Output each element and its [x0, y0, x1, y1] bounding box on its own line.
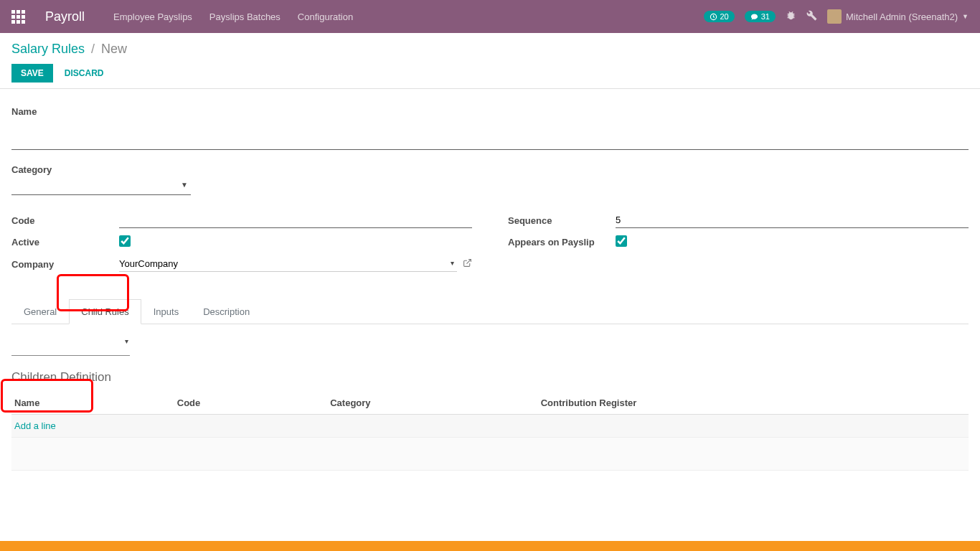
tab-description[interactable]: Description [191, 299, 262, 324]
avatar [827, 9, 842, 24]
code-label: Code [11, 215, 119, 226]
parent-rule-select[interactable]: ▾ [11, 336, 130, 356]
control-panel: Salary Rules / New Save Discard [0, 33, 980, 89]
children-table: Name Code Category Contribution Register… [11, 392, 969, 471]
clock-icon [710, 13, 717, 21]
sequence-label: Sequence [508, 215, 616, 226]
chat-icon [750, 13, 758, 21]
name-input[interactable] [11, 121, 969, 150]
table-row: Add a line [11, 415, 969, 438]
top-navbar: Payroll Employee Payslips Payslips Batch… [0, 0, 980, 33]
nav-configuration[interactable]: Configuration [298, 11, 353, 22]
form-sheet: Name Category ▼ Code Active Company ▾ [0, 89, 980, 499]
appears-label: Appears on Payslip [508, 237, 616, 248]
discard-button[interactable]: Discard [56, 65, 113, 82]
col-code: Code [174, 392, 327, 415]
user-menu[interactable]: Mitchell Admin (Sreenath2) ▼ [827, 9, 969, 24]
app-title: Payroll [45, 9, 85, 24]
tab-general[interactable]: General [11, 299, 69, 324]
external-link-icon[interactable] [463, 258, 472, 270]
company-label: Company [11, 259, 119, 270]
category-input[interactable] [11, 179, 191, 195]
table-footer-row [11, 438, 969, 471]
chevron-down-icon: ▼ [962, 13, 969, 20]
code-input[interactable] [119, 212, 472, 228]
breadcrumb-parent[interactable]: Salary Rules [11, 42, 85, 56]
apps-icon[interactable] [11, 10, 25, 24]
breadcrumb: Salary Rules / New [11, 42, 969, 57]
active-checkbox[interactable] [119, 235, 131, 247]
tab-inputs[interactable]: Inputs [141, 299, 191, 324]
dev-tools-icon[interactable] [806, 10, 817, 23]
nav-payslips-batches[interactable]: Payslips Batches [209, 11, 281, 22]
tab-child-rules[interactable]: Child Rules [69, 299, 141, 324]
svg-line-1 [466, 260, 471, 264]
category-label: Category [11, 164, 969, 175]
active-label: Active [11, 237, 119, 248]
tab-content-child-rules: ▾ Children Definition Name Code Category… [11, 324, 969, 482]
nav-employee-payslips[interactable]: Employee Payslips [113, 11, 192, 22]
sequence-input[interactable] [616, 212, 969, 228]
company-input[interactable] [119, 256, 457, 272]
add-line-link[interactable]: Add a line [14, 420, 56, 431]
col-category: Category [327, 392, 537, 415]
col-name: Name [11, 392, 174, 415]
save-button[interactable]: Save [11, 64, 53, 83]
children-definition-title: Children Definition [11, 370, 969, 385]
activity-badge[interactable]: 20 [704, 11, 735, 22]
tabs: General Child Rules Inputs Description [11, 299, 969, 324]
col-contribution-register: Contribution Register [538, 392, 969, 415]
breadcrumb-current: New [101, 42, 127, 56]
messages-badge[interactable]: 31 [745, 11, 776, 22]
appears-checkbox[interactable] [616, 235, 627, 247]
debug-icon[interactable] [786, 10, 796, 23]
name-label: Name [11, 106, 969, 117]
